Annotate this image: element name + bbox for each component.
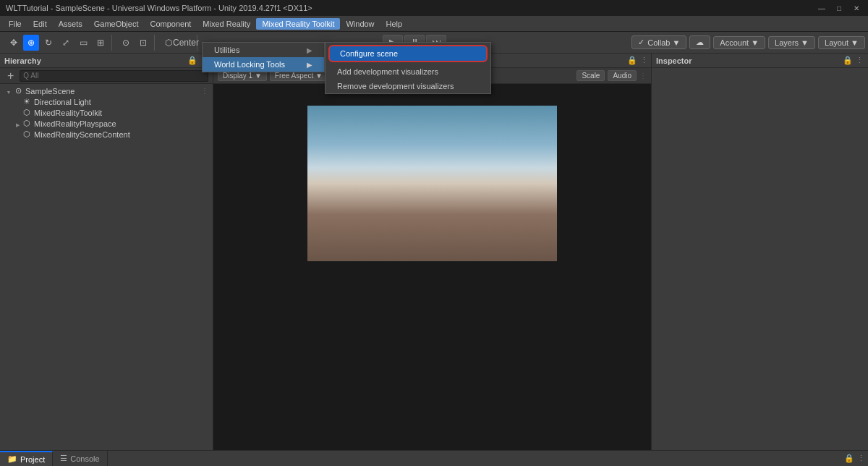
hierarchy-header: Hierarchy 🔒 ⋮ bbox=[0, 54, 213, 68]
inspector-lock-icon[interactable]: 🔒 bbox=[843, 56, 853, 65]
audio-btn[interactable]: Audio bbox=[608, 70, 637, 81]
remove-dev-visualizers-label: Remove development visualizers bbox=[337, 82, 454, 90]
menu-mixed-reality-toolkit[interactable]: Mixed Reality Toolkit bbox=[256, 18, 340, 30]
hierarchy-lock-icon[interactable]: 🔒 bbox=[187, 56, 197, 65]
pivot-center[interactable]: ⊙ bbox=[118, 35, 134, 51]
app-title: WLTTutorial - SampleScene - Universal Wi… bbox=[6, 4, 312, 12]
title-bar: WLTTutorial - SampleScene - Universal Wi… bbox=[0, 0, 868, 16]
global-local[interactable]: ⊡ bbox=[135, 35, 151, 51]
inspector-content bbox=[652, 68, 868, 450]
add-dev-visualizers-item[interactable]: Add development visualizers bbox=[326, 64, 490, 79]
inspector-header-icons: 🔒 ⋮ bbox=[843, 56, 864, 65]
playspace-icon: ⬡ bbox=[22, 119, 32, 128]
menu-component[interactable]: Component bbox=[144, 18, 197, 30]
bottom-lock-icon[interactable]: 🔒 bbox=[844, 454, 854, 463]
cloud-icon: ☁ bbox=[696, 38, 704, 47]
console-tab-icon: ☰ bbox=[60, 454, 67, 463]
cloud-button[interactable]: ☁ bbox=[689, 35, 710, 49]
hierarchy-toolbar: + bbox=[0, 68, 213, 84]
tree-arrow-scene bbox=[4, 87, 13, 96]
menu-mixed-reality[interactable]: Mixed Reality bbox=[197, 18, 256, 30]
inspector-more-icon[interactable]: ⋮ bbox=[856, 56, 864, 65]
scale-label[interactable]: Scale bbox=[576, 70, 605, 81]
center-btn[interactable]: Center bbox=[178, 35, 194, 51]
toolbar-right: ✓ Collab ▼ ☁ Account ▼ Layers ▼ Layout ▼ bbox=[631, 35, 865, 49]
wlt-submenu: Configure scene Add development visualiz… bbox=[325, 42, 491, 94]
configure-scene-label: Configure scene bbox=[340, 49, 398, 58]
toolbar-extra-spacer: ⋮ bbox=[639, 72, 647, 80]
layout-button[interactable]: Layout ▼ bbox=[818, 36, 865, 49]
configure-scene-item[interactable]: Configure scene bbox=[328, 45, 488, 62]
account-label: Account ▼ bbox=[720, 38, 759, 47]
maximize-button[interactable]: □ bbox=[833, 2, 845, 14]
account-button[interactable]: Account ▼ bbox=[713, 36, 765, 49]
hierarchy-title: Hierarchy bbox=[4, 56, 41, 65]
scene-icon: ⊙ bbox=[13, 86, 23, 96]
tree-item-mrscenecontent[interactable]: ⬡ MixedRealitySceneContent bbox=[0, 129, 213, 140]
scene-more-icon[interactable]: ⋮ bbox=[640, 56, 648, 65]
move-tool[interactable]: ⊕ bbox=[23, 35, 39, 51]
menu-edit[interactable]: Edit bbox=[27, 18, 53, 30]
hierarchy-panel: Hierarchy 🔒 ⋮ + ⊙ SampleScene ⋮ ☀ Direct… bbox=[0, 54, 213, 450]
add-dev-visualizers-label: Add development visualizers bbox=[337, 67, 438, 76]
project-tab-label: Project bbox=[20, 455, 45, 464]
center-panel: 🎬 Scene 🏪 Asset Store ▶ Animat... 🔒 ⋮ Di… bbox=[213, 54, 651, 450]
tree-item-samplescene[interactable]: ⊙ SampleScene ⋮ bbox=[0, 85, 213, 96]
transform-tool[interactable]: ⊞ bbox=[93, 35, 109, 51]
view-tab-icons: 🔒 ⋮ bbox=[627, 54, 651, 67]
mrtoolkit-menu: Utilities ▶ World Locking Tools ▶ bbox=[202, 42, 325, 72]
custom-tools: ⬡ Center bbox=[158, 35, 197, 51]
menu-gameobject[interactable]: GameObject bbox=[88, 18, 145, 30]
close-button[interactable]: ✕ bbox=[851, 2, 862, 14]
menu-assets[interactable]: Assets bbox=[53, 18, 88, 30]
hierarchy-content: ⊙ SampleScene ⋮ ☀ Directional Light ⬡ Mi… bbox=[0, 84, 213, 450]
menu-window[interactable]: Window bbox=[340, 18, 380, 30]
bottom-more-icon[interactable]: ⋮ bbox=[857, 454, 865, 463]
rect-tool[interactable]: ▭ bbox=[75, 35, 91, 51]
scene-lock-icon[interactable]: 🔒 bbox=[627, 56, 637, 65]
collab-button[interactable]: ✓ Collab ▼ bbox=[631, 35, 686, 49]
hand-tool[interactable]: ✥ bbox=[6, 35, 22, 51]
collab-label: Collab ▼ bbox=[647, 38, 680, 47]
mrtk-icon: ⬡ bbox=[22, 108, 32, 117]
menu-help[interactable]: Help bbox=[380, 18, 409, 30]
scene-view-canvas[interactable] bbox=[213, 84, 651, 450]
remove-dev-visualizers-item[interactable]: Remove development visualizers bbox=[326, 79, 490, 93]
wlt-arrow: ▶ bbox=[307, 61, 312, 69]
tab-console[interactable]: ☰ Console bbox=[53, 451, 107, 466]
utilities-label: Utilities bbox=[214, 46, 239, 54]
tree-item-directional-light[interactable]: ☀ Directional Light bbox=[0, 96, 213, 107]
hierarchy-add-button[interactable]: + bbox=[4, 69, 17, 82]
hierarchy-search-input[interactable] bbox=[20, 70, 208, 82]
utilities-arrow: ▶ bbox=[307, 46, 312, 54]
scale-tool[interactable]: ⤢ bbox=[58, 35, 74, 51]
wlt-label: World Locking Tools bbox=[214, 60, 285, 69]
layers-button[interactable]: Layers ▼ bbox=[768, 36, 815, 49]
minimize-button[interactable]: — bbox=[816, 2, 827, 14]
tree-item-mrtk[interactable]: ⬡ MixedRealityToolkit bbox=[0, 107, 213, 118]
inspector-title: Inspector bbox=[656, 56, 692, 65]
console-tab-label: Console bbox=[70, 454, 99, 463]
tab-project[interactable]: 📁 Project bbox=[0, 451, 53, 466]
tree-label-mrtk: MixedRealityToolkit bbox=[34, 109, 102, 117]
layout-label: Layout ▼ bbox=[825, 38, 859, 47]
project-tab-icon: 📁 bbox=[7, 454, 17, 464]
window-controls: — □ ✕ bbox=[816, 2, 862, 14]
bottom-tab-icons: 🔒 ⋮ bbox=[844, 451, 868, 466]
transform-tools: ✥ ⊕ ↻ ⤢ ▭ ⊞ bbox=[3, 35, 112, 51]
light-icon: ☀ bbox=[22, 97, 32, 106]
main-area: Hierarchy 🔒 ⋮ + ⊙ SampleScene ⋮ ☀ Direct… bbox=[0, 54, 868, 450]
scenecontent-icon: ⬡ bbox=[22, 130, 32, 139]
scene-sky-background bbox=[307, 106, 557, 261]
scene-menu-icon[interactable]: ⋮ bbox=[201, 87, 208, 95]
tree-label-mrplayspace: MixedRealityPlayspace bbox=[34, 119, 116, 128]
tree-label-mrscenecontent: MixedRealitySceneContent bbox=[34, 130, 130, 139]
menu-bar: File Edit Assets GameObject Component Mi… bbox=[0, 16, 868, 32]
pivot-tools: ⊙ ⊡ bbox=[115, 35, 155, 51]
menu-file[interactable]: File bbox=[3, 18, 27, 30]
utilities-menu-item[interactable]: Utilities ▶ bbox=[203, 43, 324, 57]
rotate-tool[interactable]: ↻ bbox=[41, 35, 56, 51]
tree-arrow-playspace bbox=[13, 119, 22, 128]
world-locking-tools-item[interactable]: World Locking Tools ▶ bbox=[203, 57, 324, 72]
tree-item-mrplayspace[interactable]: ⬡ MixedRealityPlayspace bbox=[0, 118, 213, 129]
